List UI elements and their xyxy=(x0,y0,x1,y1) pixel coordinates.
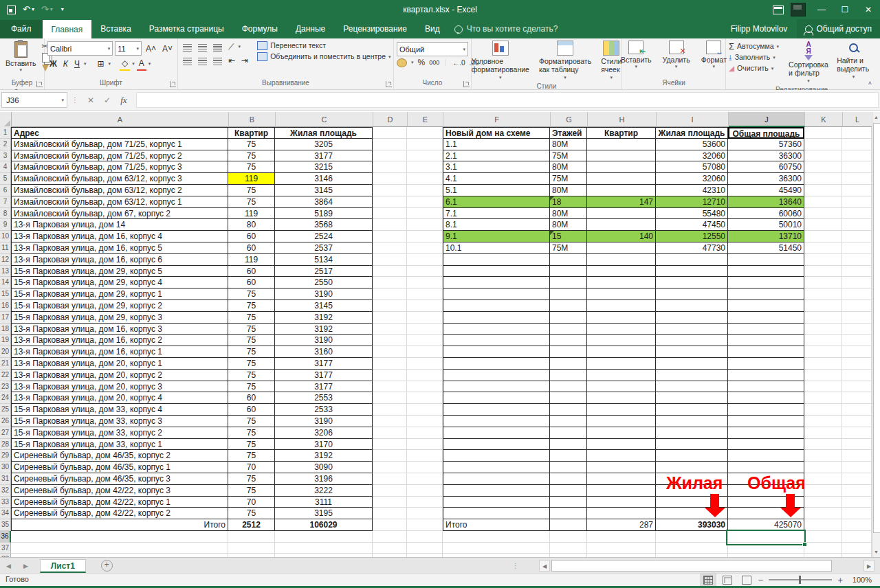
cell-D32[interactable] xyxy=(373,485,407,497)
cell-J30[interactable] xyxy=(728,462,804,473)
cell-C12[interactable]: 5134 xyxy=(275,254,373,266)
cell-G27[interactable] xyxy=(550,427,587,439)
cell-I29[interactable] xyxy=(656,450,728,462)
cell-J15[interactable] xyxy=(728,289,804,300)
cell-E18[interactable] xyxy=(407,324,443,335)
collapse-ribbon-icon[interactable]: ˄ xyxy=(868,80,872,87)
cell-H17[interactable] xyxy=(587,312,656,324)
cell-C34[interactable]: 3195 xyxy=(275,508,373,519)
cell-F31[interactable] xyxy=(443,473,550,485)
cell-D11[interactable] xyxy=(373,242,407,254)
cell-D26[interactable] xyxy=(373,416,407,427)
cell-G25[interactable] xyxy=(550,404,587,416)
name-box[interactable]: J36 ▾ xyxy=(1,92,67,108)
cell-D13[interactable] xyxy=(373,266,407,278)
row-header-4[interactable]: 4 xyxy=(0,161,11,173)
borders-icon[interactable]: ⊞ xyxy=(95,58,106,70)
cell-G36[interactable] xyxy=(550,531,587,543)
cell-A33[interactable]: Сиреневый бульвар, дом 42/22, корпус 1 xyxy=(11,497,228,508)
cell-D33[interactable] xyxy=(373,497,407,508)
vertical-scroll-thumb[interactable] xyxy=(873,123,880,533)
cell-L15[interactable] xyxy=(842,289,872,300)
view-page-layout-button[interactable] xyxy=(719,574,736,586)
cell-C37[interactable] xyxy=(275,543,373,554)
cell-L5[interactable] xyxy=(842,173,872,185)
cell-F11[interactable]: 10.1 xyxy=(443,242,550,254)
cell-C10[interactable]: 2524 xyxy=(275,231,373,242)
cell-E34[interactable] xyxy=(407,508,443,519)
cell-B33[interactable]: 70 xyxy=(228,497,275,508)
cell-I9[interactable]: 47450 xyxy=(656,219,728,231)
sheet-nav-left-icon[interactable]: ◀ xyxy=(0,563,17,569)
cell-H16[interactable] xyxy=(587,300,656,312)
cell-F9[interactable]: 8.1 xyxy=(443,219,550,231)
align-center-icon[interactable] xyxy=(198,58,207,65)
cell-I25[interactable] xyxy=(656,404,728,416)
column-header-L[interactable]: L xyxy=(843,112,872,127)
cell-F33[interactable] xyxy=(443,497,550,508)
font-size-combo[interactable]: 11▾ xyxy=(115,41,142,56)
cell-A6[interactable]: Измайловский бульвар, дом 63/12, корпус … xyxy=(11,185,228,196)
cell-A4[interactable]: Измайловский бульвар, дом 71/25, корпус … xyxy=(11,161,228,173)
cell-I27[interactable] xyxy=(656,427,728,439)
cell-I3[interactable]: 32060 xyxy=(656,150,728,162)
cell-K27[interactable] xyxy=(804,427,842,439)
cell-L20[interactable] xyxy=(842,346,872,358)
cell-D36[interactable] xyxy=(373,531,407,543)
cell-J14[interactable] xyxy=(728,277,804,289)
cell-C28[interactable]: 3170 xyxy=(275,439,373,451)
cell-C26[interactable]: 3190 xyxy=(275,416,373,427)
cell-F22[interactable] xyxy=(443,370,550,381)
cell-H35[interactable]: 287 xyxy=(587,519,656,531)
cell-C35[interactable]: 106029 xyxy=(275,519,373,531)
row-header-21[interactable]: 21 xyxy=(0,358,11,370)
cell-L29[interactable] xyxy=(842,450,872,462)
cell-D27[interactable] xyxy=(373,427,407,439)
cell-D31[interactable] xyxy=(373,473,407,485)
cell-B29[interactable]: 75 xyxy=(228,450,275,462)
cell-B26[interactable]: 75 xyxy=(228,416,275,427)
delete-cells-button[interactable]: ✕ Удалить▾ xyxy=(657,41,696,78)
cell-K3[interactable] xyxy=(804,150,842,162)
cell-K9[interactable] xyxy=(804,219,842,231)
user-avatar[interactable] xyxy=(791,3,806,16)
cell-D16[interactable] xyxy=(373,300,407,312)
cell-L23[interactable] xyxy=(842,381,872,393)
wrap-text-button[interactable]: Перенести текст xyxy=(257,41,390,51)
cell-J17[interactable] xyxy=(728,312,804,324)
cell-K16[interactable] xyxy=(804,300,842,312)
cell-A32[interactable]: Сиреневый бульвар, дом 42/22, корпус 3 xyxy=(11,485,228,497)
cell-E29[interactable] xyxy=(407,450,443,462)
cell-F26[interactable] xyxy=(443,416,550,427)
cell-J36[interactable] xyxy=(728,531,804,543)
cell-K8[interactable] xyxy=(804,208,842,220)
cell-C33[interactable]: 3111 xyxy=(275,497,373,508)
row-header-23[interactable]: 23 xyxy=(0,381,11,393)
cell-B10[interactable]: 60 xyxy=(228,231,275,242)
font-dialog-launcher-icon[interactable] xyxy=(170,81,176,87)
cell-A17[interactable]: 15-я Парковая улица, дом 29, корпус 3 xyxy=(11,312,228,324)
cell-B37[interactable] xyxy=(228,543,275,554)
cell-H26[interactable] xyxy=(587,416,656,427)
cell-J24[interactable] xyxy=(728,392,804,404)
cell-D3[interactable] xyxy=(373,150,407,162)
format-as-table-button[interactable]: Форматировать как таблицу▾ xyxy=(535,41,595,82)
cell-A18[interactable]: 13-я Парковая улица, дом 16, корпус 3 xyxy=(11,324,228,335)
cell-L10[interactable] xyxy=(842,231,872,242)
cell-C17[interactable]: 3192 xyxy=(275,312,373,324)
cell-A16[interactable]: 15-я Парковая улица, дом 29, корпус 2 xyxy=(11,300,228,312)
cell-F2[interactable]: 1.1 xyxy=(443,139,550,150)
find-select-button[interactable]: Найти и выделить▾ xyxy=(833,41,874,85)
cell-E20[interactable] xyxy=(407,346,443,358)
cell-C7[interactable]: 3864 xyxy=(275,196,373,208)
cell-A11[interactable]: 13-я Парковая улица, дом 16, корпус 5 xyxy=(11,242,228,254)
cell-K29[interactable] xyxy=(804,450,842,462)
cell-C11[interactable]: 2537 xyxy=(275,242,373,254)
cell-B34[interactable]: 75 xyxy=(228,508,275,519)
cell-G15[interactable] xyxy=(550,289,587,300)
tab-home[interactable]: Главная xyxy=(43,20,92,38)
cell-A13[interactable]: 15-я Парковая улица, дом 29, корпус 5 xyxy=(11,266,228,278)
cell-B4[interactable]: 75 xyxy=(228,161,275,173)
cell-E22[interactable] xyxy=(407,370,443,381)
cell-G9[interactable]: 80М xyxy=(550,219,587,231)
